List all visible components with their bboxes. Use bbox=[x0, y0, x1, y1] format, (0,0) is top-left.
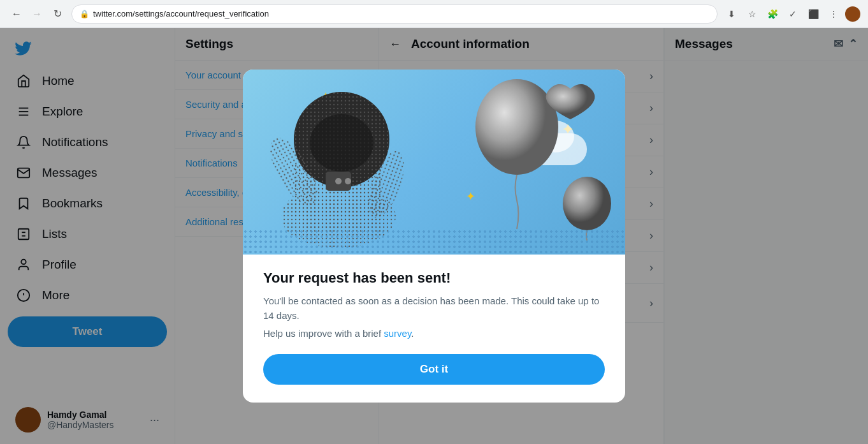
modal-image: ✦ ✦ ✦ ✦ ✦ bbox=[243, 70, 625, 255]
modal-survey-line: Help us improve with a brief survey. bbox=[263, 328, 605, 339]
browser-actions: ⬇ ☆ 🧩 ✓ ⬛ ⋮ bbox=[723, 5, 860, 23]
success-modal: ✦ ✦ ✦ ✦ ✦ bbox=[243, 70, 625, 403]
menu-icon[interactable]: ⋮ bbox=[825, 5, 843, 23]
modal-body: Your request has been sent! You'll be co… bbox=[243, 255, 625, 403]
check-icon[interactable]: ✓ bbox=[784, 5, 802, 23]
got-it-button[interactable]: Got it bbox=[263, 354, 605, 385]
star-icon[interactable]: ☆ bbox=[743, 5, 761, 23]
svg-point-21 bbox=[475, 79, 558, 175]
address-bar[interactable]: 🔒 twitter.com/settings/account/request_v… bbox=[71, 4, 718, 24]
lock-icon: 🔒 bbox=[80, 10, 89, 18]
back-button[interactable]: ← bbox=[8, 5, 25, 23]
survey-link[interactable]: survey bbox=[384, 328, 411, 339]
svg-point-20 bbox=[345, 178, 351, 184]
modal-overlay[interactable]: ✦ ✦ ✦ ✦ ✦ bbox=[0, 28, 868, 444]
svg-point-19 bbox=[335, 178, 342, 184]
reload-button[interactable]: ↻ bbox=[48, 5, 66, 23]
download-icon[interactable]: ⬇ bbox=[723, 5, 741, 23]
puzzle-icon[interactable]: ⬛ bbox=[804, 5, 822, 23]
modal-title: Your request has been sent! bbox=[263, 270, 605, 286]
url-text: twitter.com/settings/account/request_ver… bbox=[93, 9, 269, 18]
app-area: Home Explore Notifications bbox=[0, 28, 868, 444]
astronaut-illustration bbox=[256, 76, 428, 255]
nav-buttons: ← → ↻ bbox=[8, 5, 66, 23]
balloons-illustration bbox=[453, 76, 612, 242]
chrome-profile-avatar[interactable] bbox=[845, 6, 860, 22]
forward-button[interactable]: → bbox=[28, 5, 46, 23]
modal-description: You'll be contacted as soon as a decisio… bbox=[263, 294, 605, 323]
svg-point-15 bbox=[310, 114, 373, 172]
svg-point-22 bbox=[563, 177, 611, 230]
extension-icon[interactable]: 🧩 bbox=[763, 5, 781, 23]
browser-chrome: ← → ↻ 🔒 twitter.com/settings/account/req… bbox=[0, 0, 868, 28]
